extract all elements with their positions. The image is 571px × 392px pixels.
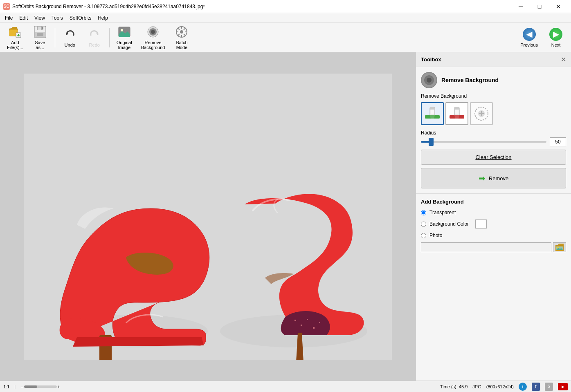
save-as-label: Save as... — [35, 40, 45, 50]
browse-button[interactable] — [553, 242, 566, 252]
batch-mode-icon — [175, 25, 188, 38]
toolbox-panel: Toolbox ✕ Remove Background Remove Backg… — [416, 52, 571, 381]
radius-row: Radius — [421, 130, 566, 136]
slider-thumb[interactable] — [429, 138, 434, 146]
previous-label: Previous — [520, 43, 538, 47]
titlebar: SO SoftOrbits Background Remover - 3.109… — [0, 0, 571, 13]
next-button[interactable]: ▶ Next — [544, 25, 568, 51]
canvas-area[interactable] — [0, 52, 416, 381]
zoom-level: 1:1 — [3, 384, 9, 389]
toolbox-close-button[interactable]: ✕ — [561, 56, 566, 63]
photo-label[interactable]: Photo — [429, 233, 442, 238]
next-arrow-icon: ▶ — [549, 28, 562, 41]
redo-button[interactable]: Redo — [83, 25, 106, 51]
slider-track — [421, 141, 546, 143]
bg-color-radio[interactable] — [421, 222, 426, 227]
photo-radio[interactable] — [421, 233, 426, 238]
window-controls: ─ □ ✕ — [511, 0, 568, 13]
svg-point-20 — [180, 30, 183, 34]
menu-edit[interactable]: Edit — [16, 14, 31, 22]
clear-selection-button[interactable]: Clear Selection — [421, 150, 566, 165]
background-marker-button[interactable] — [445, 102, 468, 125]
menu-help[interactable]: Help — [94, 14, 111, 22]
remove-arrow-icon: ➡ — [479, 173, 486, 183]
add-bg-title: Add Background — [421, 199, 566, 205]
maximize-button[interactable]: □ — [530, 0, 549, 13]
zoom-plus-icon[interactable]: + — [58, 384, 60, 389]
auto-remove-button[interactable] — [470, 102, 493, 125]
add-background-section: Add Background Transparent Background Co… — [416, 194, 571, 257]
svg-line-26 — [184, 34, 185, 36]
statusbar: 1:1 | − + Time (s): 45.9 JPG (800x612x24… — [0, 381, 571, 392]
undo-label: Undo — [65, 43, 75, 47]
original-image-icon — [118, 25, 131, 38]
batch-mode-button[interactable]: Batch Mode — [170, 25, 193, 51]
color-swatch[interactable] — [475, 220, 487, 228]
youtube-icon[interactable]: ▶ — [558, 383, 568, 390]
app-icon: SO — [3, 3, 10, 10]
time-display: Time (s): 45.9 — [440, 384, 468, 389]
radius-value: 50 — [550, 137, 566, 146]
window-title: SoftOrbits Background Remover - 3.109773… — [12, 4, 205, 9]
redo-icon — [88, 28, 101, 41]
statusbar-right: Time (s): 45.9 JPG (800x612x24) i f S ▶ — [440, 383, 568, 391]
bg-color-label[interactable]: Background Color — [429, 221, 469, 227]
add-files-icon — [9, 25, 22, 38]
svg-point-41 — [427, 78, 432, 83]
minimize-button[interactable]: ─ — [511, 0, 530, 13]
svg-rect-53 — [450, 115, 464, 119]
menu-softorbits[interactable]: SoftOrbits — [66, 14, 94, 22]
save-as-button[interactable]: Save as... — [29, 25, 52, 51]
next-label: Next — [551, 43, 561, 47]
remove-bg-panel-icon — [421, 72, 437, 88]
nav-area: ◀ Previous ▶ Next — [515, 25, 568, 51]
shoe-canvas-svg — [24, 74, 392, 360]
radius-slider[interactable] — [421, 138, 546, 146]
info-icon[interactable]: i — [519, 383, 527, 391]
remove-background-icon — [146, 25, 160, 38]
batch-mode-label: Batch Mode — [176, 40, 187, 50]
remove-bg-section-label: Remove Background — [421, 93, 566, 99]
photo-path-input[interactable] — [421, 242, 551, 252]
toolbar: Add File(s)... Save as... Undo — [0, 23, 571, 52]
menubar: File Edit View Tools SoftOrbits Help — [0, 13, 571, 23]
transparent-radio-row: Transparent — [421, 210, 566, 215]
svg-rect-7 — [38, 27, 41, 30]
svg-rect-45 — [430, 107, 435, 110]
zoom-minus-icon[interactable]: − — [20, 384, 23, 389]
svg-rect-51 — [454, 107, 459, 110]
bg-color-radio-row: Background Color — [421, 220, 566, 228]
svg-rect-34 — [301, 325, 302, 326]
remove-background-section: Remove Background Remove Background — [416, 67, 571, 194]
menu-file[interactable]: File — [2, 14, 16, 22]
undo-button[interactable]: Undo — [58, 25, 81, 51]
facebook-icon[interactable]: f — [532, 383, 540, 391]
svg-rect-33 — [294, 320, 296, 321]
main-area: Toolbox ✕ Remove Background Remove Backg… — [0, 52, 571, 381]
svg-rect-47 — [425, 115, 440, 119]
remove-background-label: Remove Background — [141, 40, 165, 50]
remove-button[interactable]: ➡ Remove — [421, 168, 566, 188]
svg-point-18 — [151, 30, 155, 34]
remove-bg-panel-title: Remove Background — [441, 77, 499, 83]
add-files-button[interactable]: Add File(s)... — [3, 25, 27, 51]
save-as-icon — [34, 25, 47, 38]
add-files-label: Add File(s)... — [7, 40, 23, 50]
remove-background-button[interactable]: Remove Background — [137, 25, 169, 51]
svg-line-27 — [184, 28, 185, 30]
redo-label: Redo — [89, 43, 100, 47]
menu-view[interactable]: View — [31, 14, 48, 22]
close-button[interactable]: ✕ — [549, 0, 568, 13]
zoom-slider[interactable]: − + — [20, 384, 60, 389]
menu-tools[interactable]: Tools — [48, 14, 66, 22]
status-separator-1: | — [14, 384, 16, 389]
previous-button[interactable]: ◀ Previous — [515, 25, 543, 51]
svg-rect-36 — [313, 327, 315, 329]
svg-rect-37 — [319, 322, 320, 323]
previous-arrow-icon: ◀ — [523, 28, 536, 41]
original-image-button[interactable]: Original Image — [113, 25, 136, 51]
share-icon[interactable]: S — [545, 383, 553, 391]
transparent-radio[interactable] — [421, 210, 426, 215]
foreground-marker-button[interactable] — [421, 102, 444, 125]
transparent-label[interactable]: Transparent — [429, 210, 456, 215]
